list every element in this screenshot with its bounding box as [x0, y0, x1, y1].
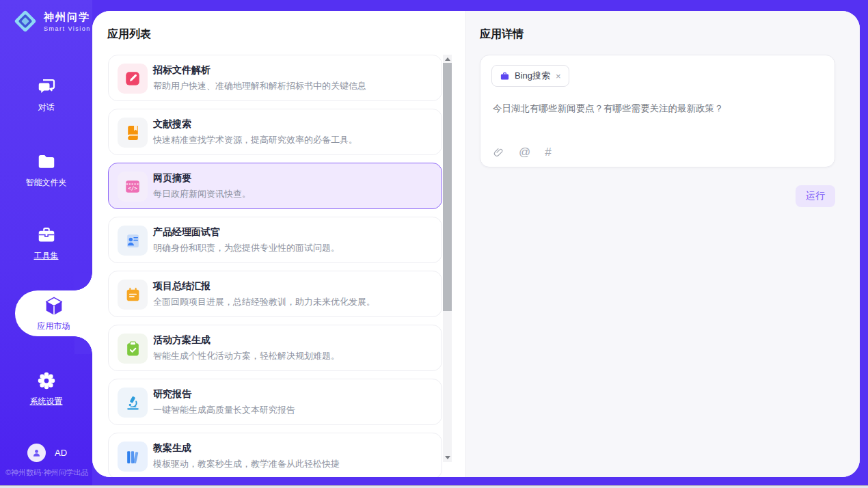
calendar-report-icon — [124, 286, 141, 303]
chat-icon — [36, 77, 57, 97]
sidebar-item-label: 对话 — [0, 102, 92, 113]
sidebar-item-app-market[interactable]: 应用市场 — [15, 290, 92, 336]
app-name: 项目总结汇报 — [153, 280, 211, 293]
app-description: 每日政府新闻资讯快查。 — [153, 188, 251, 200]
app-name: 文献搜索 — [153, 118, 191, 131]
tool-chip-bing-search[interactable]: Bing搜索 × — [491, 65, 569, 87]
app-name: 教案生成 — [153, 442, 191, 455]
brand-name: 神州问学 — [44, 11, 91, 24]
composer-toolbar: @ # — [493, 146, 552, 159]
list-item-bid-analysis[interactable]: 招标文件解析 帮助用户快速、准确地理解和解析招标书中的关键信息 — [108, 55, 442, 101]
prompt-card: Bing搜索 × 今日湖北有哪些新闻要点？有哪些需要关注的最新政策？ @ # — [480, 55, 835, 167]
paperclip-icon[interactable] — [493, 147, 504, 159]
app-icon-tile — [118, 388, 148, 418]
app-description: 帮助用户快速、准确地理解和解析招标书中的关键信息 — [153, 80, 366, 92]
list-item-pm-interviewer[interactable]: 产品经理面试官 明确身份和职责，为您提供专业性的面试问题。 — [108, 217, 442, 263]
list-scrollbar[interactable] — [443, 55, 452, 462]
book-icon — [124, 124, 141, 141]
briefcase-icon — [500, 71, 510, 81]
app-description: 智能生成个性化活动方案，轻松解决规划难题。 — [153, 350, 340, 362]
app-name: 活动方案生成 — [153, 334, 211, 347]
avatar — [27, 444, 46, 462]
app-list: 招标文件解析 帮助用户快速、准确地理解和解析招标书中的关键信息 文献搜索 快速精… — [108, 55, 442, 477]
list-item-literature-search[interactable]: 文献搜索 快速精准查找学术资源，提高研究效率的必备工具。 — [108, 109, 442, 155]
cube-icon — [43, 295, 65, 317]
interviewer-icon — [124, 232, 141, 249]
list-item-project-summary[interactable]: 项目总结汇报 全面回顾项目进展，总结经验教训，助力未来优化发展。 — [108, 271, 442, 317]
sidebar-item-toolkit[interactable]: 工具集 — [0, 225, 92, 262]
brand-subtitle: Smart Vision — [44, 25, 91, 32]
user-initials: AD — [55, 448, 67, 458]
at-icon[interactable]: @ — [519, 146, 530, 159]
scrollbar-thumb[interactable] — [443, 63, 452, 311]
app-icon-tile — [118, 280, 148, 310]
brand-logo: 神州问学 Smart Vision — [12, 8, 91, 34]
sidebar: 神州问学 Smart Vision 对话 智能文件夹 工具集 — [0, 0, 92, 488]
sidebar-item-chat[interactable]: 对话 — [0, 77, 92, 113]
sidebar-item-smart-folder[interactable]: 智能文件夹 — [0, 152, 92, 189]
app-icon-tile — [118, 118, 148, 148]
list-item-research-report[interactable]: 研究报告 一键智能生成高质量长文本研究报告 — [108, 379, 442, 425]
list-item-event-plan[interactable]: 活动方案生成 智能生成个性化活动方案，轻松解决规划难题。 — [108, 325, 442, 371]
app-list-title: 应用列表 — [107, 27, 151, 42]
main-content: 应用列表 招标文件解析 帮助用户快速、准确地理解和解析招标书中的关键信息 — [92, 11, 860, 477]
bubble-corner-bottom — [74, 336, 92, 354]
app-name: 招标文件解析 — [153, 64, 211, 77]
app-name: 产品经理面试官 — [153, 226, 220, 239]
user-profile[interactable]: AD — [27, 444, 67, 462]
app-description: 一键智能生成高质量长文本研究报告 — [153, 404, 295, 416]
app-list-panel: 应用列表 招标文件解析 帮助用户快速、准确地理解和解析招标书中的关键信息 — [92, 11, 465, 477]
svg-text:</>: </> — [128, 185, 137, 191]
sidebar-item-label: 应用市场 — [15, 321, 92, 332]
app-description: 全面回顾项目进展，总结经验教训，助力未来优化发展。 — [153, 296, 375, 308]
app-icon-tile — [118, 64, 148, 94]
close-icon[interactable]: × — [555, 71, 561, 81]
person-icon — [31, 447, 42, 459]
app-icon-tile: </> — [118, 172, 148, 202]
run-button[interactable]: 运行 — [796, 185, 835, 207]
app-name: 研究报告 — [153, 388, 191, 401]
window-bottom-edge — [0, 485, 868, 488]
scrollbar-down-arrow-icon[interactable] — [443, 453, 452, 462]
app-name: 网页摘要 — [153, 172, 191, 185]
list-item-web-summary[interactable]: </> 网页摘要 每日政府新闻资讯快查。 — [108, 163, 442, 209]
app-description: 模板驱动，教案秒生成，教学准备从此轻松快捷 — [153, 458, 340, 470]
microscope-icon — [124, 394, 141, 411]
gear-icon — [36, 370, 57, 391]
sidebar-item-label: 系统设置 — [0, 396, 92, 407]
app-icon-tile — [118, 334, 148, 364]
bubble-corner-top — [74, 273, 92, 290]
hash-icon[interactable]: # — [545, 146, 551, 159]
app-icon-tile — [118, 226, 148, 256]
edit-pen-icon — [124, 70, 141, 87]
app-description: 明确身份和职责，为您提供专业性的面试问题。 — [153, 242, 340, 254]
app-description: 快速精准查找学术资源，提高研究效率的必备工具。 — [153, 134, 357, 146]
tool-chip-label: Bing搜索 — [515, 70, 550, 82]
diamond-logo-icon — [12, 8, 38, 34]
folder-icon — [36, 152, 57, 172]
sidebar-item-settings[interactable]: 系统设置 — [0, 370, 92, 407]
app-detail-panel: 应用详情 Bing搜索 × 今日湖北有哪些新闻要点？有哪些需要关注的最新政策？ … — [465, 11, 860, 477]
sidebar-item-label: 智能文件夹 — [0, 177, 92, 189]
app-detail-title: 应用详情 — [480, 27, 524, 42]
clipboard-check-icon — [124, 340, 141, 357]
toolbox-icon — [36, 225, 57, 245]
sidebar-item-label: 工具集 — [0, 250, 92, 262]
app-icon-tile — [118, 442, 148, 472]
books-icon — [124, 448, 141, 465]
browser-code-icon: </> — [124, 178, 141, 195]
list-item-lesson-plan[interactable]: 教案生成 模板驱动，教案秒生成，教学准备从此轻松快捷 — [108, 433, 442, 477]
prompt-input[interactable]: 今日湖北有哪些新闻要点？有哪些需要关注的最新政策？ — [493, 103, 822, 115]
copyright-text: ©神州数码·神州问学出品 — [5, 467, 89, 478]
